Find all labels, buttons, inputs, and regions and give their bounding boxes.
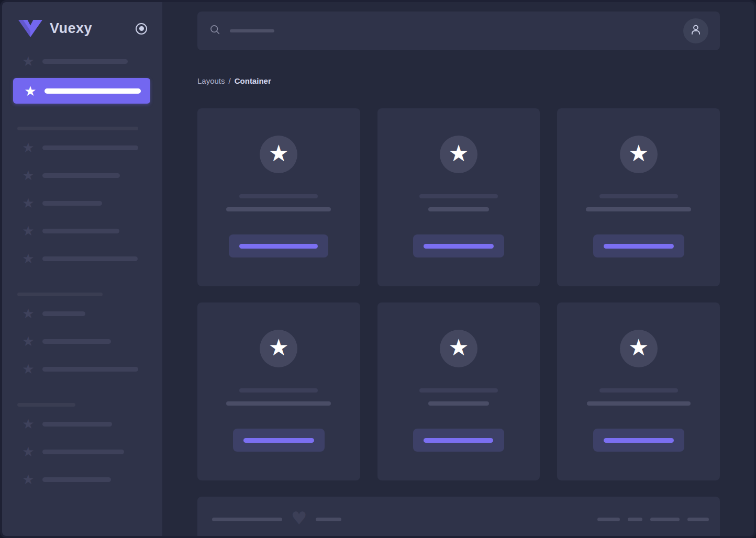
sidebar-nav-item[interactable]: ★ [2,220,162,242]
star-icon: ★ [21,334,36,348]
star-icon: ★ [21,445,36,458]
user-avatar[interactable] [683,18,708,43]
star-icon: ★ [21,417,36,431]
breadcrumb-current: Container [235,76,271,85]
button-label-placeholder-bar [604,438,674,443]
breadcrumb-parent[interactable]: Layouts [197,76,225,85]
nav-item-placeholder-bar [42,229,119,233]
sidebar-header: Vuexy [2,2,162,37]
star-icon: ★ [269,142,289,165]
search-placeholder-bar [230,29,274,32]
star-icon: ★ [21,224,36,238]
nav-item-placeholder-bar [42,422,112,427]
card-star-badge: ★ [620,330,658,367]
card-star-badge: ★ [620,136,658,173]
star-icon: ★ [448,336,469,359]
card-action-button[interactable] [413,234,504,257]
footer-text-placeholder-bar [316,518,341,521]
button-label-placeholder-bar [424,438,493,443]
card-action-button[interactable] [413,429,504,452]
footer-link-placeholder-bar [628,518,642,521]
sidebar-nav-item[interactable]: ★ [2,248,162,270]
star-icon: ★ [21,473,36,486]
footer-link-placeholder-bar [650,518,680,521]
navbar [197,12,720,50]
sidebar-nav-item[interactable]: ★ [2,302,162,324]
star-icon: ★ [21,54,36,68]
nav-item-placeholder-bar [42,59,128,64]
nav-item-placeholder-bar [42,145,138,150]
star-icon: ★ [269,336,289,359]
person-icon [689,23,703,39]
card-subtitle-placeholder-bar [226,401,331,406]
feature-card: ★ [377,108,540,286]
sidebar-nav-item[interactable]: ★ [2,137,162,159]
card-action-button[interactable] [229,234,328,257]
nav-section-label-bar [17,403,75,407]
sidebar-nav-item[interactable]: ★ [2,413,162,435]
nav-item-placeholder-bar [42,450,124,454]
card-star-badge: ★ [440,136,477,173]
sidebar-nav-item[interactable]: ★ [2,330,162,352]
card-title-placeholder-bar [419,388,498,393]
star-icon: ★ [21,196,36,210]
card-subtitle-placeholder-bar [587,401,691,406]
card-star-badge: ★ [440,330,477,367]
footer-link-placeholder-bar [597,518,620,521]
sidebar-nav-item[interactable]: ★ [2,468,162,490]
sidebar-nav-item-active[interactable]: ★ [13,78,150,104]
star-icon: ★ [23,84,38,98]
star-icon: ★ [21,169,36,182]
sidebar-nav-item[interactable]: ★ [2,358,162,380]
card-action-button[interactable] [593,234,684,257]
footer-text-placeholder-bar [212,518,282,521]
sidebar-nav-item[interactable]: ★ [2,50,162,72]
app-window: Vuexy ★★★★★★★★★★★★★ [0,0,756,538]
card-subtitle-placeholder-bar [428,401,489,406]
sidebar-nav-item[interactable]: ★ [2,164,162,186]
sidebar-nav-item[interactable]: ★ [2,441,162,463]
card-subtitle-placeholder-bar [586,207,691,211]
sidebar-nav: ★★★★★★★★★★★★★ [2,50,162,490]
nav-section-label-bar [17,293,103,296]
nav-item-placeholder-bar [42,339,111,344]
sidebar-nav-item[interactable]: ★ [2,192,162,214]
search-icon [209,24,221,38]
card-title-placeholder-bar [599,194,678,198]
menu-pin-toggle-icon[interactable] [136,23,147,35]
star-icon: ★ [21,252,36,265]
feature-card: ★ [557,302,720,480]
search-input[interactable] [209,24,274,38]
nav-item-placeholder-bar [42,367,138,372]
cards-grid: ★★★★★★ [197,108,720,480]
card-title-placeholder-bar [599,388,678,393]
card-subtitle-placeholder-bar [226,207,331,211]
heart-icon: ♥ [291,509,307,527]
feature-card: ★ [377,302,540,480]
main-content: Layouts / Container ★★★★★★ ♥ [162,2,754,536]
nav-section-label-bar [17,127,138,130]
button-label-placeholder-bar [424,244,494,249]
nav-item-placeholder-bar [42,477,111,482]
card-title-placeholder-bar [419,194,498,198]
button-label-placeholder-bar [239,244,318,249]
sidebar: Vuexy ★★★★★★★★★★★★★ [2,2,162,536]
card-action-button[interactable] [593,429,684,452]
footer-link-placeholder-bar [687,518,709,521]
feature-card: ★ [197,108,360,286]
card-title-placeholder-bar [239,388,318,393]
star-icon: ★ [21,141,36,154]
footer-card: ♥ [197,497,720,538]
card-subtitle-placeholder-bar [428,207,489,211]
nav-item-placeholder-bar [42,201,102,206]
star-icon: ★ [21,307,36,320]
footer-row: ♥ [212,510,709,528]
card-action-button[interactable] [233,429,325,452]
button-label-placeholder-bar [243,438,314,443]
card-star-badge: ★ [260,136,297,173]
nav-item-placeholder-bar [45,88,141,94]
app-title: Vuexy [50,20,92,37]
breadcrumb: Layouts / Container [197,76,720,85]
breadcrumb-separator: / [229,76,231,85]
vuexy-logo-icon [18,20,42,37]
